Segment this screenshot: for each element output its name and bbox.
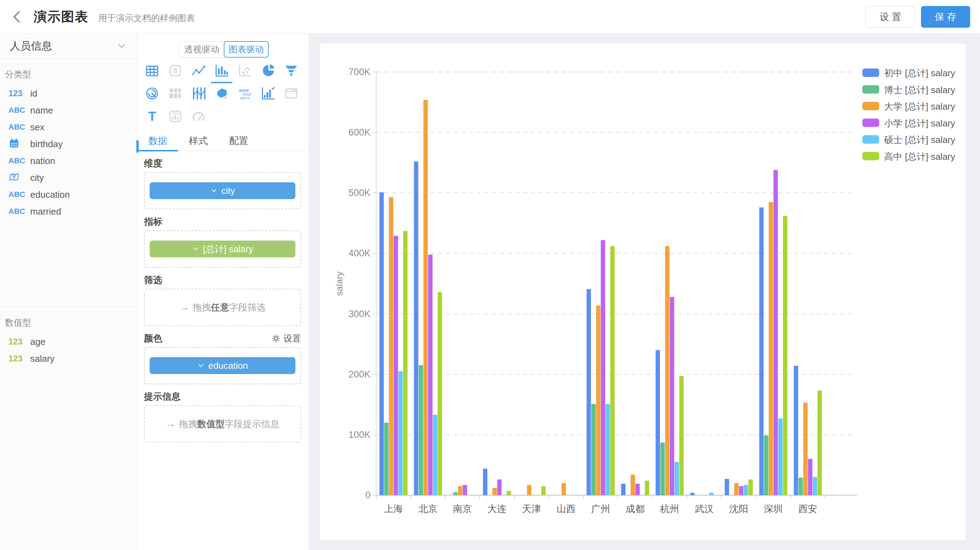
bar-chart-icon — [214, 63, 229, 79]
drive-toggle-透视驱动[interactable]: 透视驱动 — [179, 41, 224, 57]
field-row-id[interactable]: 123id — [0, 85, 137, 102]
chart-type-scatter-plot — [233, 60, 256, 83]
svg-text:0: 0 — [365, 490, 371, 501]
main-content: 人员信息 分类型123idABCnameABCsexbirthdayABCnat… — [0, 34, 980, 550]
metric-label: 指标 — [144, 216, 301, 227]
metric-chip-salary[interactable]: [总计] salary — [150, 241, 295, 258]
text-field-icon: ABC — [8, 207, 25, 216]
svg-text:700K: 700K — [348, 67, 371, 77]
tab-配置[interactable]: 配置 — [218, 130, 259, 151]
svg-text:杭州: 杭州 — [660, 504, 679, 514]
radar-chart-icon — [145, 86, 159, 102]
topbar-actions: 设 置 保 存 — [865, 6, 970, 28]
svg-text:T: T — [148, 109, 156, 124]
chart-type-table[interactable] — [140, 60, 164, 83]
text-field-icon: ABC — [8, 122, 25, 132]
save-button[interactable]: 保 存 — [921, 6, 970, 28]
field-label: education — [30, 189, 70, 200]
svg-text:agile BI: agile BI — [240, 96, 250, 99]
filter-dropzone[interactable]: → 拖拽任意字段筛选 — [144, 289, 301, 326]
settings-button[interactable]: 设 置 — [865, 6, 915, 28]
gauge-chart-icon — [191, 109, 206, 125]
field-row-education[interactable]: ABCeducation — [0, 186, 137, 203]
svg-text:上海: 上海 — [384, 504, 403, 514]
svg-text:沈阳: 沈阳 — [729, 504, 748, 514]
svg-text:cloud: cloud — [242, 92, 251, 96]
grouped-bar-chart[interactable]: 0100K200K300K400K500K600K700K上海北京南京大连天津山… — [320, 43, 966, 540]
chart-type-web-frame — [280, 83, 303, 105]
chart-type-funnel[interactable] — [280, 60, 303, 83]
field-row-married[interactable]: ABCmarried — [0, 203, 137, 220]
drive-toggle-图表驱动[interactable]: 图表驱动 — [224, 41, 269, 57]
web-frame-icon — [284, 86, 299, 102]
field-label: birthday — [30, 139, 63, 149]
svg-text:小学 [总计] salary: 小学 [总计] salary — [884, 118, 955, 129]
text-field-icon: ABC — [8, 156, 25, 165]
svg-text:博士 [总计] salary: 博士 [总计] salary — [884, 85, 955, 95]
tab-样式[interactable]: 样式 — [178, 130, 218, 151]
svg-text:salary: salary — [334, 272, 345, 296]
tooltip-dropzone[interactable]: → 拖拽数值型字段提示信息 — [144, 405, 301, 442]
field-section-label: 数值型 — [5, 317, 137, 328]
color-settings-button[interactable]: 设置 — [271, 332, 301, 344]
field-label: salary — [30, 353, 54, 364]
chart-type-gauge — [187, 105, 210, 128]
chart-type-pie-chart[interactable] — [256, 60, 280, 83]
dimension-chip-city[interactable]: city — [150, 182, 295, 199]
field-label: id — [30, 88, 37, 99]
panel-resize-handle[interactable] — [136, 140, 139, 153]
category-fields-section: 分类型123idABCnameABCsexbirthdayABCnationci… — [0, 59, 137, 220]
page-title: 演示图表 — [34, 8, 89, 25]
chart-type-word-cloud[interactable]: wordcloudagile BI — [233, 83, 256, 105]
svg-text:600K: 600K — [348, 127, 371, 138]
svg-text:400K: 400K — [348, 248, 371, 259]
chart-type-line-chart[interactable] — [187, 60, 210, 83]
chart-type-parallel[interactable] — [187, 83, 210, 105]
crosstab-icon — [168, 86, 183, 102]
field-row-sex[interactable]: ABCsex — [0, 119, 137, 135]
filter-label: 筛选 — [144, 274, 301, 286]
dataset-selector[interactable]: 人员信息 — [0, 34, 137, 59]
text-field-icon: ABC — [8, 106, 25, 115]
field-label: nation — [30, 156, 55, 167]
field-row-birthday[interactable]: birthday — [0, 135, 137, 153]
field-row-nation[interactable]: ABCnation — [0, 153, 137, 169]
color-chip-education[interactable]: education — [150, 357, 295, 374]
field-label: city — [30, 172, 44, 183]
line-chart-icon — [191, 63, 206, 79]
chevron-down-icon — [197, 362, 205, 369]
chart-type-waterfall[interactable] — [256, 83, 280, 105]
dimension-dropzone[interactable]: city — [144, 172, 301, 209]
data-tab-body: 维度 city 指标 [总计] salary 筛选 → 拖拽任意字段筛选 — [144, 151, 301, 550]
chart-type-bar-chart[interactable] — [210, 60, 233, 83]
page-subtitle: 用于演示文档的样例图表 — [99, 10, 195, 24]
chart-canvas-area: 0100K200K300K400K500K600K700K上海北京南京大连天津山… — [309, 34, 980, 550]
filter-placeholder: → 拖拽任意字段筛选 — [180, 301, 266, 314]
numeric-field-icon: 123 — [8, 354, 22, 364]
chart-type-grid: 8wordcloudagile BIT — [140, 60, 304, 128]
scatter-plot-icon — [237, 63, 252, 79]
svg-text:300K: 300K — [348, 309, 371, 319]
field-row-name[interactable]: ABCname — [0, 102, 137, 119]
chart-type-china-map[interactable] — [210, 83, 233, 105]
svg-text:100K: 100K — [348, 429, 371, 440]
field-row-city[interactable]: city — [0, 169, 137, 186]
drive-mode-toggle: 透视驱动图表驱动 — [179, 41, 269, 57]
field-label: sex — [30, 122, 44, 133]
indicator-card-icon: 8 — [168, 63, 183, 79]
china-map-icon — [214, 86, 229, 102]
chart-type-text[interactable]: T — [140, 105, 164, 128]
tab-数据[interactable]: 数据 — [138, 130, 178, 151]
arrow-right-icon: → — [180, 302, 189, 313]
color-dropzone[interactable]: education — [144, 347, 301, 384]
svg-text:深圳: 深圳 — [764, 504, 783, 514]
svg-text:山西: 山西 — [557, 504, 576, 514]
field-row-age[interactable]: 123age — [0, 333, 137, 350]
metric-dropzone[interactable]: [总计] salary — [144, 230, 301, 268]
field-row-salary[interactable]: 123salary — [0, 350, 137, 367]
back-icon[interactable] — [9, 9, 25, 25]
parallel-chart-icon — [191, 86, 206, 102]
chart-type-radar[interactable] — [140, 83, 164, 105]
svg-text:高中 [总计] salary: 高中 [总计] salary — [884, 151, 955, 162]
color-label: 颜色 — [144, 332, 162, 345]
